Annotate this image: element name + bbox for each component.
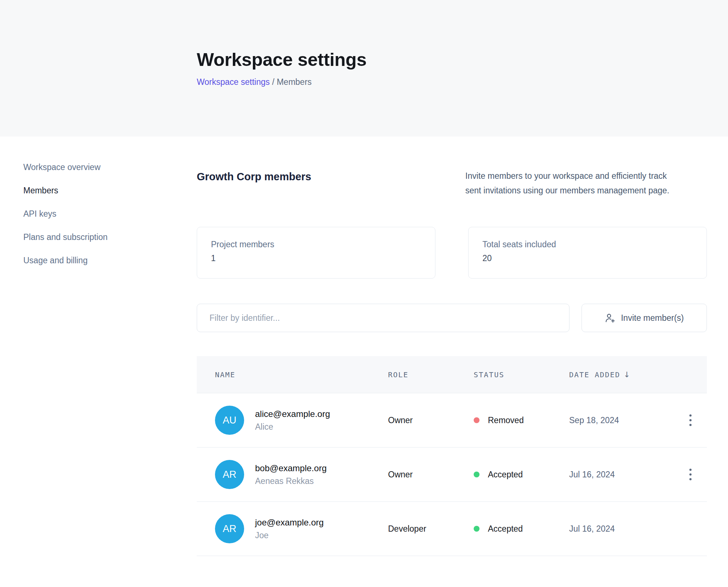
member-email: bob@example.org: [255, 463, 326, 473]
breadcrumb-current: Members: [277, 77, 312, 87]
user-plus-icon: [604, 312, 615, 323]
invite-button-label: Invite member(s): [621, 313, 684, 323]
member-status: Accepted: [474, 470, 569, 480]
sidebar-item[interactable]: Workspace overview: [23, 155, 165, 179]
date-added: Jul 16, 2024: [569, 524, 674, 534]
breadcrumb: Workspace settings / Members: [197, 77, 312, 87]
member-id-block: alice@example.org Alice: [255, 409, 330, 432]
member-name: Aeneas Rekkas: [255, 476, 326, 486]
member-identity-cell: AR bob@example.org Aeneas Rekkas: [197, 460, 388, 489]
member-role: Developer: [388, 524, 474, 534]
stat-card-value: 20: [482, 253, 693, 263]
members-table: NAME ROLE STATUS DATE ADDED↓ AU alice@ex…: [197, 356, 707, 556]
row-actions-cell: [674, 410, 707, 430]
member-role: Owner: [388, 415, 474, 425]
page-title: Workspace settings: [197, 49, 367, 71]
stat-card-label: Project members: [211, 240, 421, 249]
member-identity-cell: AR joe@example.org Joe: [197, 514, 388, 543]
stat-card-value: 1: [211, 253, 421, 263]
status-dot: [474, 526, 480, 532]
filter-input[interactable]: [197, 304, 570, 332]
status-dot: [474, 417, 480, 423]
section-description: Invite members to your workspace and eff…: [465, 169, 671, 198]
kebab-dot: [689, 478, 692, 480]
breadcrumb-separator: /: [270, 77, 277, 87]
table-row: AR joe@example.org Joe Developer Accepte…: [197, 502, 707, 556]
row-actions-cell: [674, 464, 707, 485]
avatar: AR: [215, 514, 244, 543]
column-header-date-added[interactable]: DATE ADDED↓: [569, 370, 674, 379]
kebab-dot: [689, 414, 692, 417]
kebab-dot: [689, 473, 692, 476]
member-email: joe@example.org: [255, 517, 324, 528]
avatar: AU: [215, 406, 244, 435]
member-name: Alice: [255, 422, 330, 432]
invite-members-button[interactable]: Invite member(s): [582, 304, 707, 332]
date-added: Jul 16, 2024: [569, 470, 674, 480]
kebab-dot: [689, 424, 692, 426]
breadcrumb-link-workspace-settings[interactable]: Workspace settings: [197, 77, 270, 87]
member-role: Owner: [388, 470, 474, 480]
sidebar-item[interactable]: Usage and billing: [23, 249, 165, 272]
column-header-name: NAME: [197, 370, 388, 379]
settings-sidebar: Workspace overview Members API keys Plan…: [23, 155, 165, 272]
status-label: Accepted: [488, 524, 523, 534]
sort-descending-icon: ↓: [623, 370, 630, 379]
date-added: Sep 18, 2024: [569, 415, 674, 425]
section-heading: Growth Corp members: [197, 171, 311, 183]
table-header-row: NAME ROLE STATUS DATE ADDED↓: [197, 356, 707, 393]
avatar: AR: [215, 460, 244, 489]
page-header-band: Workspace settings Workspace settings / …: [0, 0, 728, 137]
table-row: AR bob@example.org Aeneas Rekkas Owner A…: [197, 448, 707, 502]
column-header-role: ROLE: [388, 370, 474, 379]
member-name: Joe: [255, 531, 324, 540]
kebab-dot: [689, 419, 692, 421]
sidebar-item[interactable]: Members: [23, 179, 165, 202]
status-dot: [474, 472, 480, 477]
row-actions-cell: [674, 519, 707, 539]
member-status: Removed: [474, 415, 569, 425]
member-status: Accepted: [474, 524, 569, 534]
status-label: Removed: [488, 415, 524, 425]
member-identity-cell: AU alice@example.org Alice: [197, 406, 388, 435]
status-label: Accepted: [488, 470, 523, 480]
column-header-status: STATUS: [474, 370, 569, 379]
stat-cards: Project members 1 Total seats included 2…: [197, 227, 707, 279]
kebab-dot: [689, 469, 692, 471]
member-id-block: joe@example.org Joe: [255, 517, 324, 540]
stat-card: Project members 1: [197, 227, 435, 279]
sidebar-item[interactable]: Plans and subscription: [23, 225, 165, 249]
table-row: AU alice@example.org Alice Owner Removed…: [197, 393, 707, 448]
member-id-block: bob@example.org Aeneas Rekkas: [255, 463, 326, 486]
member-email: alice@example.org: [255, 409, 330, 419]
workspace-settings-page: Workspace settings Workspace settings / …: [0, 0, 728, 587]
sidebar-item[interactable]: API keys: [23, 202, 165, 225]
row-menu-button[interactable]: [685, 464, 696, 485]
members-section: Growth Corp members Invite members to yo…: [197, 137, 707, 587]
stat-card: Total seats included 20: [468, 227, 707, 279]
row-menu-button[interactable]: [685, 410, 696, 430]
stat-card-label: Total seats included: [482, 240, 693, 249]
